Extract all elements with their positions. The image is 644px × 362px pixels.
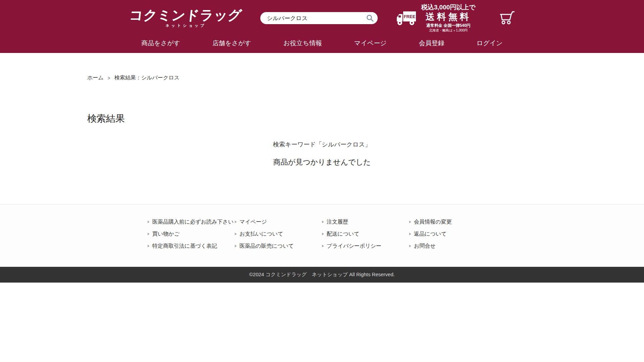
footer-link-cart[interactable]: 買い物かご [148, 231, 235, 237]
shipping-condition: 税込3,000円以上で [421, 4, 476, 11]
cart-icon [498, 11, 515, 25]
copyright-bar: ©2024 コクミンドラッグ ネットショップ All Rights Reserv… [0, 267, 644, 283]
right-triangle-icon [148, 245, 150, 247]
right-triangle-icon [409, 233, 411, 235]
nav-item-login[interactable]: ログイン [477, 39, 503, 48]
logo-subtitle: ネットショップ [129, 23, 242, 28]
cart-button[interactable] [498, 11, 515, 25]
footer-link-label: 医薬品の販売について [239, 243, 294, 249]
no-results-message: 商品が見つかりませんでした [87, 157, 557, 167]
right-triangle-icon [322, 245, 324, 247]
nav-item-info[interactable]: お役立ち情報 [283, 39, 322, 48]
footer-column-1: 医薬品購入前に必ずお読み下さい 買い物かご 特定商取引法に基づく表記 [148, 219, 235, 249]
footer-link-label: 注文履歴 [327, 219, 348, 225]
footer-link-label: 会員情報の変更 [414, 219, 451, 225]
right-triangle-icon [322, 233, 324, 235]
right-triangle-icon [409, 221, 411, 223]
delivery-truck-icon: FREE [396, 9, 417, 27]
footer-link-label: 買い物かご [152, 231, 179, 237]
footer-link-commerce-law[interactable]: 特定商取引法に基づく表記 [148, 243, 235, 249]
footer-column-4: 会員情報の変更 返品について お問合せ [409, 219, 496, 249]
shipping-normal-fee: 通常料金 全国一律540円 [421, 23, 476, 28]
footer-link-label: 返品について [414, 231, 447, 237]
search-input[interactable] [267, 15, 365, 21]
site-footer: 医薬品購入前に必ずお読み下さい 買い物かご 特定商取引法に基づく表記 マイページ [0, 204, 644, 283]
site-header: コクミンドラッグ ネットショップ [0, 0, 644, 53]
footer-links: 医薬品購入前に必ずお読み下さい 買い物かご 特定商取引法に基づく表記 マイページ [0, 204, 644, 267]
main-nav: 商品をさがす 店舗をさがす お役立ち情報 マイページ 会員登録 ログイン [0, 34, 644, 53]
nav-item-register[interactable]: 会員登録 [419, 39, 444, 48]
footer-link-contact[interactable]: お問合せ [409, 243, 496, 249]
right-triangle-icon [235, 221, 237, 223]
footer-column-3: 注文履歴 配送について プライバシーポリシー [322, 219, 409, 249]
breadcrumb-separator: > [108, 75, 110, 81]
shipping-remote-fee: 北海道・離島は＋1,000円 [421, 28, 476, 33]
right-triangle-icon [148, 233, 150, 235]
footer-link-mypage[interactable]: マイページ [235, 219, 322, 225]
footer-link-privacy-policy[interactable]: プライバシーポリシー [322, 243, 409, 249]
footer-link-member-info[interactable]: 会員情報の変更 [409, 219, 496, 225]
search-button[interactable] [365, 13, 375, 23]
copyright-text: ©2024 コクミンドラッグ ネットショップ All Rights Reserv… [249, 272, 395, 278]
footer-link-label: マイページ [239, 219, 267, 225]
footer-link-label: お問合せ [414, 243, 436, 249]
nav-item-stores[interactable]: 店舗をさがす [212, 39, 251, 48]
footer-link-drug-notice[interactable]: 医薬品購入前に必ずお読み下さい [148, 219, 235, 225]
footer-link-label: プライバシーポリシー [327, 243, 381, 249]
free-badge-text: FREE [404, 14, 415, 19]
footer-column-2: マイページ お支払いについて 医薬品の販売について [235, 219, 322, 249]
footer-link-payment[interactable]: お支払いについて [235, 231, 322, 237]
footer-link-label: 医薬品購入前に必ずお読み下さい [152, 219, 233, 225]
footer-link-label: お支払いについて [239, 231, 283, 237]
shipping-free-label: 送料無料 [421, 12, 476, 22]
search-icon [366, 14, 374, 22]
footer-link-label: 特定商取引法に基づく表記 [152, 243, 217, 249]
page-title: 検索結果 [87, 112, 557, 125]
right-triangle-icon [148, 221, 150, 223]
footer-link-returns[interactable]: 返品について [409, 231, 496, 237]
shipping-text: 税込3,000円以上で 送料無料 通常料金 全国一律540円 北海道・離島は＋1… [421, 4, 476, 32]
bottom-whitespace [0, 283, 644, 362]
site-logo[interactable]: コクミンドラッグ ネットショップ [129, 8, 242, 28]
right-triangle-icon [235, 233, 237, 235]
breadcrumb-current: 検索結果：シルバークロス [114, 74, 179, 81]
right-triangle-icon [409, 245, 411, 247]
free-shipping-banner: FREE 税込3,000円以上で 送料無料 通常料金 全国一律540円 北海道・… [396, 4, 476, 32]
search-box [260, 12, 378, 24]
footer-link-delivery[interactable]: 配送について [322, 231, 409, 237]
nav-item-products[interactable]: 商品をさがす [141, 39, 180, 48]
nav-item-mypage[interactable]: マイページ [354, 39, 387, 48]
logo-text: コクミンドラッグ [129, 8, 243, 22]
header-top: コクミンドラッグ ネットショップ [0, 0, 644, 34]
footer-link-drug-sales[interactable]: 医薬品の販売について [235, 243, 322, 249]
footer-link-label: 配送について [327, 231, 360, 237]
page: コクミンドラッグ ネットショップ [0, 0, 644, 362]
search-keyword-line: 検索キーワード「シルバークロス」 [87, 140, 557, 148]
breadcrumb: ホーム > 検索結果：シルバークロス [87, 53, 557, 81]
footer-link-order-history[interactable]: 注文履歴 [322, 219, 409, 225]
search-results-section: 検索結果 検索キーワード「シルバークロス」 商品が見つかりませんでした [87, 112, 557, 204]
breadcrumb-home-link[interactable]: ホーム [87, 74, 104, 81]
right-triangle-icon [322, 221, 324, 223]
right-triangle-icon [235, 245, 237, 247]
